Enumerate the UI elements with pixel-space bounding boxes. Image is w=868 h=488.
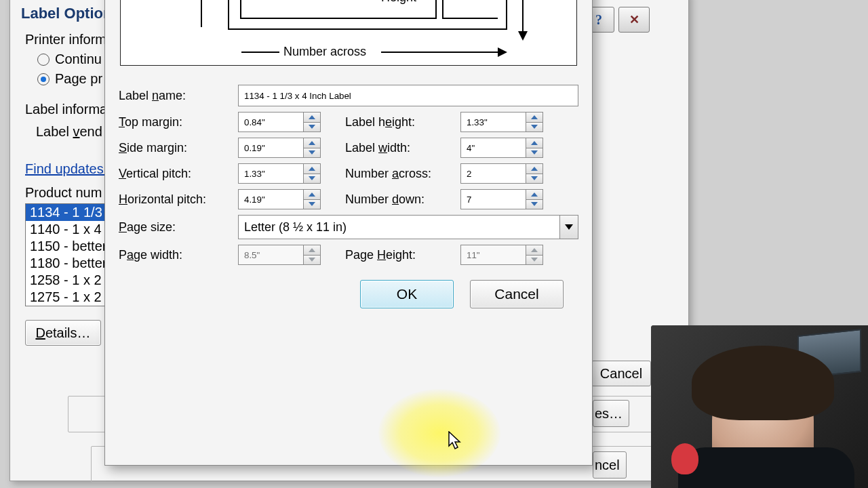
radio-checked-icon bbox=[37, 73, 50, 85]
page-width-input bbox=[238, 245, 321, 265]
spinner-icon bbox=[303, 245, 321, 265]
list-item[interactable]: 1275 - 1 x 2 bbox=[26, 289, 113, 306]
label-diagram: Top margin Vertical pitch Width Height H… bbox=[120, 0, 577, 66]
svg-marker-12 bbox=[531, 167, 538, 171]
help-icon: ? bbox=[595, 12, 602, 28]
svg-marker-20 bbox=[309, 258, 315, 262]
top-margin-input[interactable] bbox=[238, 112, 321, 132]
svg-marker-15 bbox=[309, 202, 315, 206]
label-name-label: Label name: bbox=[119, 89, 238, 103]
vertical-pitch-input[interactable] bbox=[238, 163, 321, 184]
svg-marker-22 bbox=[531, 258, 538, 262]
svg-marker-18 bbox=[565, 224, 573, 230]
spinner-icon[interactable] bbox=[526, 163, 543, 184]
svg-marker-16 bbox=[531, 192, 538, 197]
spinner-icon[interactable] bbox=[303, 189, 321, 209]
list-item[interactable]: 1134 - 1 1/3 x 4 bbox=[26, 204, 113, 221]
list-item[interactable]: 1150 - better bbox=[26, 238, 113, 255]
svg-marker-4 bbox=[531, 115, 538, 119]
svg-marker-2 bbox=[309, 115, 315, 119]
diagram-number-across: Number across bbox=[283, 45, 366, 59]
side-margin-label: Side margin: bbox=[119, 141, 238, 155]
radio-unchecked-icon bbox=[37, 54, 50, 66]
ok-button-label: OK bbox=[397, 286, 417, 302]
spinner-icon[interactable] bbox=[303, 112, 321, 132]
label-height-input[interactable] bbox=[460, 112, 543, 132]
close-icon: ✕ bbox=[629, 12, 639, 27]
number-across-label: Number across: bbox=[345, 167, 460, 181]
radio-page-label: Page pr bbox=[55, 71, 102, 87]
product-number-list[interactable]: 1134 - 1 1/3 x 4 1140 - 1 x 4 1150 - bet… bbox=[25, 203, 113, 306]
details-button-label: Details… bbox=[35, 325, 90, 341]
diagram-page bbox=[228, 0, 507, 30]
svg-marker-11 bbox=[309, 176, 315, 180]
list-item[interactable]: 1140 - 1 x 4 bbox=[26, 221, 113, 238]
side-margin-input[interactable] bbox=[238, 138, 321, 158]
spinner-icon[interactable] bbox=[526, 112, 543, 132]
horizontal-pitch-label: Horizontal pitch: bbox=[119, 192, 238, 207]
cancel-button[interactable]: Cancel bbox=[470, 280, 564, 308]
horizontal-pitch-input[interactable] bbox=[238, 189, 321, 209]
svg-marker-10 bbox=[309, 167, 315, 171]
diagram-height: Height bbox=[381, 0, 416, 5]
spinner-icon[interactable] bbox=[526, 138, 543, 158]
svg-marker-7 bbox=[309, 150, 315, 155]
number-down-input[interactable] bbox=[460, 189, 543, 209]
cancel-button-bg[interactable]: Cancel bbox=[591, 361, 651, 386]
svg-marker-1 bbox=[518, 31, 528, 41]
label-name-input[interactable] bbox=[238, 85, 578, 106]
number-down-label: Number down: bbox=[345, 192, 460, 207]
close-button[interactable]: ✕ bbox=[618, 7, 650, 33]
page-size-select[interactable]: Letter (8 ½ x 11 in) bbox=[238, 215, 578, 239]
number-across-input[interactable] bbox=[460, 163, 543, 184]
page-width-label: Page width: bbox=[119, 248, 238, 262]
svg-marker-14 bbox=[309, 192, 315, 197]
list-item[interactable]: 1180 - better bbox=[26, 255, 113, 272]
dropdown-icon[interactable] bbox=[559, 216, 578, 239]
vertical-pitch-label: Vertical pitch: bbox=[119, 167, 238, 181]
ok-button[interactable]: OK bbox=[360, 280, 454, 308]
top-margin-label: Top margin: bbox=[119, 115, 238, 129]
label-width-input[interactable] bbox=[460, 138, 543, 158]
label-height-label: Label height: bbox=[345, 115, 460, 129]
label-width-label: Label width: bbox=[345, 141, 460, 155]
svg-marker-19 bbox=[309, 248, 315, 252]
spinner-icon[interactable] bbox=[303, 138, 321, 158]
page-size-value: Letter (8 ½ x 11 in) bbox=[239, 220, 559, 235]
cancel-button-label: Cancel bbox=[494, 286, 538, 302]
svg-marker-13 bbox=[531, 176, 538, 180]
spinner-icon bbox=[526, 245, 543, 265]
svg-marker-3 bbox=[309, 125, 315, 129]
svg-marker-9 bbox=[531, 150, 538, 155]
svg-marker-6 bbox=[309, 141, 315, 145]
page-height-label: Page Height: bbox=[345, 248, 460, 262]
label-details-form: Label name: Top margin: Label height: Si… bbox=[105, 73, 592, 308]
svg-marker-5 bbox=[531, 125, 538, 129]
svg-marker-21 bbox=[531, 248, 538, 252]
details-button[interactable]: Details… bbox=[25, 320, 101, 346]
svg-marker-0 bbox=[498, 47, 507, 57]
svg-marker-8 bbox=[531, 141, 538, 145]
page-height-input bbox=[460, 245, 543, 265]
label-details-dialog: Top margin Vertical pitch Width Height H… bbox=[104, 0, 593, 466]
page-size-label: Page size: bbox=[119, 220, 238, 235]
radio-continuous-label: Continu bbox=[55, 52, 102, 67]
list-item[interactable]: 1258 - 1 x 2 bbox=[26, 272, 113, 289]
spinner-icon[interactable] bbox=[303, 163, 321, 184]
webcam-overlay bbox=[651, 325, 868, 488]
spinner-icon[interactable] bbox=[526, 189, 543, 209]
svg-marker-17 bbox=[531, 202, 538, 206]
